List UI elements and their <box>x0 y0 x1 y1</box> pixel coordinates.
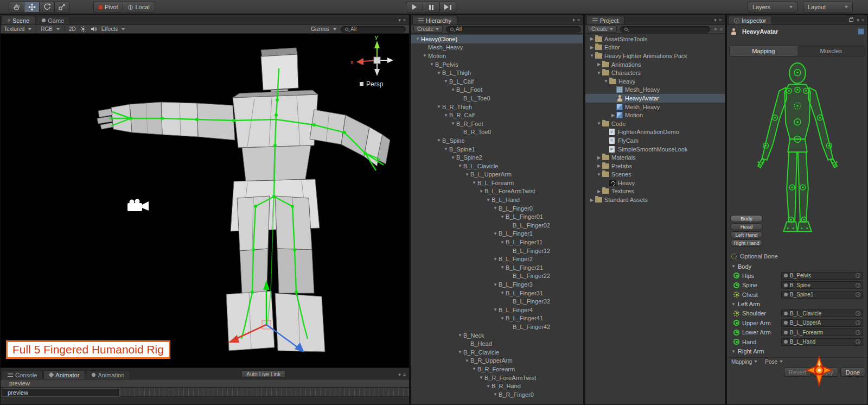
tree-item-b-spine2[interactable]: ▼B_Spine2 <box>411 153 583 162</box>
expander-icon[interactable]: ▼ <box>603 79 609 84</box>
tree-item-b-r-calf[interactable]: ▼B_R_Calf <box>411 111 583 119</box>
object-picker-icon[interactable] <box>856 339 860 344</box>
tree-item-b-l-toe0[interactable]: B_L_Toe0 <box>411 94 583 103</box>
tree-item-motion[interactable]: ▶Motion <box>585 111 725 119</box>
expander-icon[interactable]: ▼ <box>457 333 463 338</box>
section-header-body[interactable]: ▼Body <box>727 262 867 271</box>
scale-tool-button[interactable] <box>54 2 69 12</box>
expander-icon[interactable]: ▼ <box>596 172 602 177</box>
tree-item-b-l-finger02[interactable]: B_L_Finger02 <box>411 221 583 230</box>
expander-icon[interactable]: ▼ <box>492 257 499 262</box>
bone-field-spine[interactable]: B_Spine <box>781 281 863 289</box>
color-mode-dropdown[interactable]: RGB <box>41 26 60 32</box>
bone-field-lower-arm[interactable]: B_L_Forearm <box>781 328 863 336</box>
done-button[interactable]: Done <box>840 368 865 377</box>
expander-icon[interactable]: ▼ <box>443 79 449 84</box>
bone-field-hand[interactable]: B_L_Hand <box>781 338 863 346</box>
object-picker-icon[interactable] <box>856 273 860 278</box>
expander-icon[interactable]: ▼ <box>499 290 506 295</box>
timeline-ruler[interactable] <box>120 388 409 397</box>
hierarchy-search-field[interactable]: All <box>446 26 581 33</box>
expander-icon[interactable]: ▼ <box>443 147 449 151</box>
tree-item-b-l-finger32[interactable]: B_L_Finger32 <box>411 297 583 306</box>
tree-item-b-l-finger0[interactable]: ▼B_L_Finger0 <box>411 204 583 213</box>
tree-item-b-r-forearm[interactable]: ▼B_R_Forearm <box>411 365 583 374</box>
tree-item-b-l-finger21[interactable]: ▼B_L_Finger21 <box>411 263 583 272</box>
expander-icon[interactable]: ▶ <box>596 155 602 160</box>
tree-item-b-l-finger01[interactable]: ▼B_L_Finger01 <box>411 212 583 221</box>
tree-item-b-l-foot[interactable]: ▼B_L_Foot <box>411 86 583 94</box>
orientation-gizmo[interactable]: y x Persp <box>350 34 393 88</box>
object-picker-icon[interactable] <box>856 292 860 297</box>
lighting-toggle-button[interactable] <box>80 26 86 32</box>
tree-item-animations[interactable]: ▶Animations <box>585 60 725 69</box>
tab-inspector[interactable]: iInspector <box>728 16 772 24</box>
expander-icon[interactable]: ▼ <box>464 358 470 363</box>
tree-item-b-l-finger4[interactable]: ▼B_L_Finger4 <box>411 306 583 314</box>
tree-item-mesh-heavy[interactable]: Mesh_Heavy <box>585 86 725 94</box>
tree-item-b-neck[interactable]: ▼B_Neck <box>411 331 583 340</box>
tree-item-b-l-clavicle[interactable]: ▼B_L_Clavicle <box>411 162 583 170</box>
tree-item-b-l-calf[interactable]: ▼B_L_Calf <box>411 77 583 86</box>
expander-icon[interactable]: ▼ <box>492 282 499 287</box>
asset-thumbnail-icon[interactable] <box>858 28 864 35</box>
expander-icon[interactable]: ▼ <box>492 206 499 211</box>
tree-item-b-l-finger2[interactable]: ▼B_L_Finger2 <box>411 255 583 263</box>
expander-icon[interactable]: ▼ <box>492 307 499 312</box>
expander-icon[interactable]: ▼ <box>499 316 506 321</box>
object-picker-icon[interactable] <box>856 320 860 325</box>
bone-field-shoulder[interactable]: B_L_Clavicle <box>781 309 863 317</box>
figure-button-head[interactable]: Head <box>730 223 763 230</box>
panel-menu-icons[interactable]: ▾≡ <box>398 372 408 379</box>
tree-item-b-l-finger41[interactable]: ▼B_L_Finger41 <box>411 314 583 323</box>
expander-icon[interactable]: ▼ <box>414 36 421 41</box>
expander-icon[interactable]: ▼ <box>492 392 499 397</box>
persp-label[interactable]: Persp <box>366 80 384 88</box>
panel-menu-icons[interactable]: ▾≡ <box>572 17 582 24</box>
mapping-menu[interactable]: Mapping <box>731 359 757 365</box>
tree-item-b-l-finger11[interactable]: ▼B_L_Finger11 <box>411 238 583 246</box>
expander-icon[interactable]: ▶ <box>589 36 595 41</box>
section-header-right-arm[interactable]: ▼Right Arm <box>727 347 867 356</box>
character-mesh[interactable] <box>97 48 390 352</box>
preview-box[interactable]: preview <box>2 388 120 397</box>
rotate-tool-button[interactable] <box>39 2 54 12</box>
expander-icon[interactable]: ▼ <box>485 384 492 389</box>
expander-icon[interactable]: ▼ <box>436 104 442 109</box>
expander-icon[interactable]: ▼ <box>450 155 456 160</box>
local-toggle[interactable]: Local <box>123 2 155 12</box>
expander-icon[interactable]: ▼ <box>464 172 470 177</box>
expander-icon[interactable]: ▼ <box>499 265 506 270</box>
expander-icon[interactable]: ▼ <box>443 113 449 118</box>
lock-icon[interactable] <box>849 18 853 22</box>
tab-animator[interactable]: Animator <box>43 370 85 379</box>
expander-icon[interactable]: ▼ <box>471 180 477 185</box>
tree-item-heavy-fighter-animations-pack[interactable]: ▼Heavy Fighter Animations Pack <box>585 52 725 60</box>
tab-scene[interactable]: #Scene <box>2 16 35 24</box>
expander-icon[interactable]: ▼ <box>596 121 602 126</box>
step-button[interactable] <box>439 2 456 12</box>
panel-menu-icons[interactable]: ▾≡ <box>714 17 724 24</box>
tree-item-editor[interactable]: ▶Editor <box>585 43 725 52</box>
hand-tool-button[interactable] <box>9 2 24 12</box>
expander-icon[interactable]: ▼ <box>499 214 506 219</box>
tree-item-b-r-hand[interactable]: ▼B_R_Hand <box>411 382 583 390</box>
tree-item-mesh-heavy[interactable]: Mesh_Heavy <box>585 103 725 111</box>
tree-item-code[interactable]: ▼Code <box>585 119 725 128</box>
figure-button-left-hand[interactable]: Left Hand <box>730 231 763 238</box>
expander-icon[interactable]: ▼ <box>596 71 602 75</box>
effects-dropdown[interactable]: Effects <box>101 26 125 32</box>
tab-hierarchy[interactable]: Hierarchy <box>412 16 457 24</box>
tree-item-b-l-finger31[interactable]: ▼B_L_Finger31 <box>411 289 583 298</box>
tree-item-simplesmoothmouselook[interactable]: SimpleSmoothMouseLook <box>585 145 725 154</box>
tree-item-b-pelvis[interactable]: ▼B_Pelvis <box>411 60 583 69</box>
tree-item-textures[interactable]: ▶Textures <box>585 187 725 196</box>
object-picker-icon[interactable] <box>856 330 860 335</box>
tree-item-b-l-forearmtwist[interactable]: ▼B_L_ForeArmTwist <box>411 187 583 196</box>
tab-game[interactable]: Game <box>36 16 70 24</box>
tree-item-b-l-finger42[interactable]: B_L_Finger42 <box>411 322 583 331</box>
tree-item-b-head[interactable]: B_Head <box>411 339 583 348</box>
pause-button[interactable] <box>423 2 439 12</box>
tree-item-standard-assets[interactable]: ▶Standard Assets <box>585 195 725 204</box>
tab-muscles[interactable]: Muscles <box>797 46 865 56</box>
